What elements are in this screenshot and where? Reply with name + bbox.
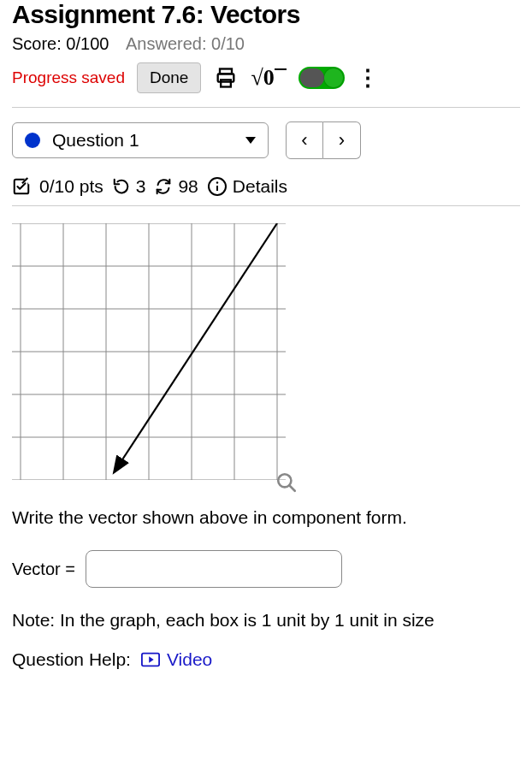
answer-label: Vector = xyxy=(12,560,75,579)
video-link-label: Video xyxy=(167,649,212,670)
divider xyxy=(12,107,520,108)
more-menu-icon[interactable]: ⋮ xyxy=(357,67,379,89)
prev-question-button[interactable]: ‹ xyxy=(286,121,323,159)
graph-note: Note: In the graph, each box is 1 unit b… xyxy=(12,610,520,631)
svg-line-24 xyxy=(289,485,295,491)
info-icon[interactable] xyxy=(207,176,228,197)
retries-label: 3 xyxy=(136,176,146,197)
page-title: Assignment 7.6: Vectors xyxy=(12,0,520,29)
question-prompt: Write the vector shown above in componen… xyxy=(12,507,520,528)
next-question-button[interactable]: › xyxy=(323,121,361,159)
help-label: Question Help: xyxy=(12,649,131,670)
svg-marker-26 xyxy=(149,656,154,662)
answered-label: Answered: 0/10 xyxy=(126,34,245,53)
points-label: 0/10 pts xyxy=(39,176,103,197)
question-selector-label: Question 1 xyxy=(52,130,139,151)
reattempt-icon xyxy=(154,177,173,196)
video-help-link[interactable]: Video xyxy=(141,649,212,670)
print-icon[interactable] xyxy=(213,65,239,91)
sqrt-icon[interactable]: √0 xyxy=(251,65,286,91)
reattempts-label: 98 xyxy=(178,176,198,197)
score-label: Score: 0/100 xyxy=(12,34,109,53)
retry-icon xyxy=(112,177,131,196)
answer-input[interactable] xyxy=(86,550,342,588)
checkbox-icon xyxy=(12,177,31,196)
question-status-dot-icon xyxy=(25,133,40,148)
magnify-icon[interactable] xyxy=(275,471,298,494)
chevron-down-icon xyxy=(245,137,256,144)
svg-point-6 xyxy=(216,181,218,183)
progress-saved-label: Progress saved xyxy=(12,68,125,87)
video-icon xyxy=(141,652,160,667)
done-button[interactable]: Done xyxy=(137,62,201,93)
svg-line-22 xyxy=(115,223,277,471)
display-toggle[interactable] xyxy=(299,67,345,89)
details-label[interactable]: Details xyxy=(233,176,287,197)
vector-graph xyxy=(12,223,286,489)
question-selector[interactable]: Question 1 xyxy=(12,122,269,158)
